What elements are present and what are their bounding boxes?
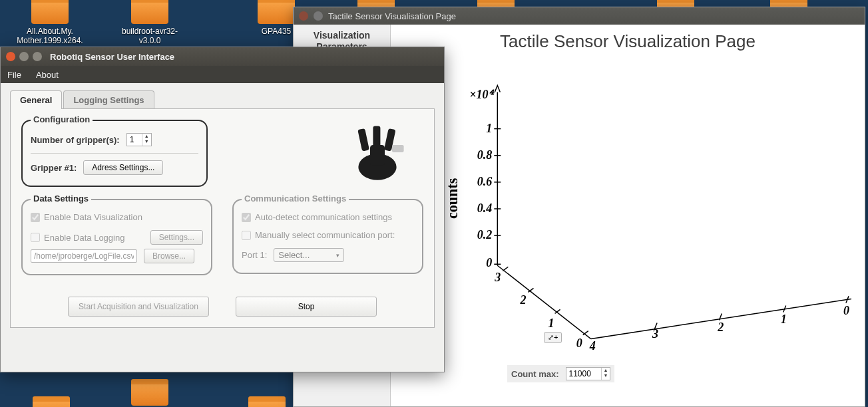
svg-text:0: 0: [576, 337, 582, 350]
chevron-down-icon[interactable]: ▼: [602, 373, 610, 378]
browse-button[interactable]: Browse...: [144, 249, 194, 263]
tab-general[interactable]: General: [10, 90, 62, 109]
svg-rect-37: [373, 126, 380, 149]
logfile-path-input[interactable]: [31, 249, 137, 263]
maximize-icon[interactable]: [33, 52, 42, 61]
svg-text:0.4: 0.4: [477, 202, 493, 215]
desktop-label: buildroot-avr32-v3.0.0: [113, 27, 186, 46]
start-acquisition-button[interactable]: Start Acquisition and Visualization: [68, 297, 209, 317]
port1-label: Port 1:: [242, 250, 267, 260]
svg-rect-39: [392, 145, 404, 152]
enable-logging-checkbox[interactable]: Enable Data Logging: [31, 233, 124, 243]
svg-rect-36: [357, 128, 369, 152]
desktop-folder[interactable]: buildroot-avr32-: [15, 396, 88, 407]
tab-pane-general: Configuration Number of gripper(s): ▲▼ G…: [10, 108, 435, 328]
communication-settings-legend: Communication Settings: [242, 194, 349, 204]
logging-settings-button[interactable]: Settings...: [150, 230, 203, 245]
svg-text:2: 2: [717, 321, 724, 334]
communication-settings-group: Communication Settings Auto-detect commu…: [232, 199, 423, 274]
svg-text:0.8: 0.8: [477, 148, 493, 162]
svg-text:3: 3: [494, 271, 501, 284]
tab-logging-settings[interactable]: Logging Settings: [63, 90, 154, 109]
plot-3d[interactable]: ×10⁴ 1 0.8 0.6 0.4 0.2 0: [431, 65, 858, 360]
viz-main: Tactile Sensor Visualization Page ×10⁴ 1…: [391, 25, 865, 406]
svg-text:0.2: 0.2: [477, 228, 493, 241]
configuration-legend: Configuration: [31, 114, 93, 124]
svg-text:×10⁴: ×10⁴: [469, 88, 495, 101]
folder-icon: [131, 379, 168, 406]
minimize-icon[interactable]: [314, 11, 323, 21]
autodetect-checkbox[interactable]: Auto-detect communication settings: [242, 212, 392, 222]
minimize-icon[interactable]: [19, 52, 29, 61]
page-title: Tactile Sensor Visualization Page: [391, 31, 865, 52]
close-icon[interactable]: [6, 52, 15, 61]
tab-bar: General Logging Settings: [1, 83, 444, 108]
port1-select[interactable]: Select... ▾: [274, 248, 344, 262]
data-settings-group: Data Settings Enable Data Visualization …: [21, 199, 212, 275]
chevron-down-icon: ▾: [336, 252, 339, 259]
svg-text:2: 2: [519, 293, 526, 307]
enable-visualization-checkbox[interactable]: Enable Data Visualization: [31, 212, 142, 222]
stop-button[interactable]: Stop: [236, 297, 377, 317]
gripper1-label: Gripper #1:: [31, 163, 77, 173]
gripper-image: [341, 116, 414, 189]
svg-text:1: 1: [548, 317, 554, 330]
svg-text:1: 1: [486, 122, 492, 135]
num-grippers-input[interactable]: ▲▼: [126, 133, 152, 146]
folder-icon: [131, 0, 168, 24]
svg-line-21: [503, 267, 508, 271]
close-icon[interactable]: [299, 11, 308, 21]
chevron-up-icon[interactable]: ▲: [142, 134, 151, 139]
robotiq-window: Robotiq Sensor User Interface File About…: [0, 47, 445, 372]
folder-icon: [31, 0, 69, 24]
viz-titlebar[interactable]: Tactile Sensor Visualisation Page: [294, 7, 865, 25]
num-grippers-label: Number of gripper(s):: [31, 135, 120, 145]
count-max-label: Count max:: [511, 369, 559, 379]
chevron-up-icon[interactable]: ▲: [602, 368, 610, 373]
svg-text:1: 1: [781, 313, 787, 326]
desktop-folder[interactable]: buildroot-avr32-v3.0.0: [113, 0, 186, 46]
chevron-down-icon[interactable]: ▼: [142, 139, 151, 144]
zoom-in-button[interactable]: ⤢+: [544, 332, 562, 343]
count-max-input[interactable]: ▲▼: [566, 367, 611, 380]
menu-about[interactable]: About: [36, 70, 59, 80]
count-max-row: Count max: ▲▼: [507, 365, 614, 382]
rw-title: Robotiq Sensor User Interface: [50, 52, 174, 62]
folder-icon: [258, 0, 295, 24]
svg-text:0: 0: [843, 304, 849, 317]
folder-icon: [33, 396, 70, 407]
svg-text:0.6: 0.6: [477, 175, 493, 188]
svg-text:counts: counts: [444, 178, 461, 219]
svg-line-15: [497, 265, 590, 339]
rw-titlebar[interactable]: Robotiq Sensor User Interface: [1, 47, 444, 66]
folder-icon: [248, 396, 286, 407]
manual-port-checkbox[interactable]: Manually select communication port:: [242, 230, 395, 240]
address-settings-button[interactable]: Adress Settings...: [83, 160, 163, 175]
menu-file[interactable]: File: [7, 70, 21, 80]
viz-title-text: Tactile Sensor Visualisation Page: [328, 11, 456, 21]
data-settings-legend: Data Settings: [31, 194, 91, 204]
desktop-folder[interactable]: Commandes dessystèmes non-liné…: [113, 379, 186, 407]
svg-text:4: 4: [589, 339, 596, 352]
svg-text:0: 0: [486, 256, 492, 269]
configuration-group: Configuration Number of gripper(s): ▲▼ G…: [21, 120, 208, 187]
menu-bar: File About: [1, 66, 444, 83]
